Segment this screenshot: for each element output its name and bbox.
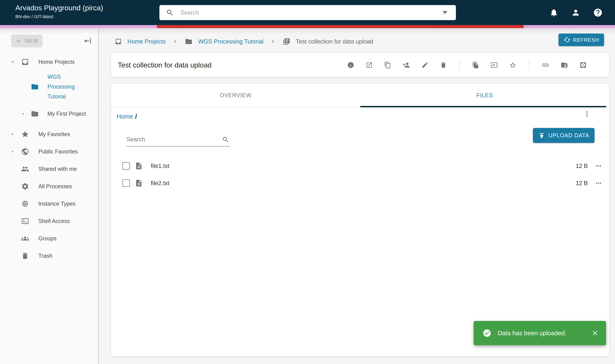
info-icon <box>347 62 354 69</box>
collapse-left-icon <box>83 37 92 45</box>
file-row[interactable]: file1.txt 12 B <box>111 157 609 175</box>
info-button[interactable] <box>347 62 354 69</box>
star-outline-icon <box>509 61 517 69</box>
open-in-new-icon <box>366 62 373 69</box>
breadcrumb-label: Home Projects <box>127 38 166 45</box>
file-more-button[interactable] <box>588 179 609 187</box>
toolbar-divider <box>529 60 529 70</box>
favorite-star-button[interactable] <box>509 61 517 69</box>
caret-right-icon[interactable] <box>10 149 16 154</box>
edit-icon <box>421 62 429 69</box>
arvados-workbench: Arvados Playground (pirca) BN-dev / GIT-… <box>0 0 615 364</box>
refresh-label: REFRESH <box>573 37 599 43</box>
move-to-button[interactable] <box>490 62 498 69</box>
terminal-icon <box>21 217 29 225</box>
upload-progress-bar <box>157 25 524 28</box>
person-add-icon <box>403 61 410 69</box>
refresh-icon <box>564 36 571 43</box>
file-row[interactable]: file2.txt 12 B <box>111 175 609 192</box>
breadcrumb: Home Projects WGS Processing Tutorial Te… <box>115 35 373 48</box>
collection-toolbar <box>212 60 609 70</box>
upload-data-button[interactable]: UPLOAD DATA <box>533 128 595 143</box>
collection-title-card: Test collection for data upload <box>111 53 609 77</box>
breadcrumb-current-collection[interactable]: Test collection for data upload <box>283 38 373 45</box>
collapse-sidebar-button[interactable] <box>83 37 92 45</box>
notifications-button[interactable] <box>549 8 558 17</box>
sidebar-item-my-first-project[interactable]: My First Project <box>0 104 98 124</box>
files-search-input[interactable] <box>126 136 222 146</box>
sidebar-item-label: My Favorites <box>38 129 70 139</box>
global-search-input[interactable] <box>180 9 443 16</box>
sidebar-item-shell-access[interactable]: Shell Access <box>0 212 98 230</box>
file-list: file1.txt 12 B file2.txt 12 B <box>111 157 609 192</box>
help-button[interactable] <box>593 8 603 17</box>
tab-bar: OVERVIEW FILES <box>111 84 609 107</box>
plus-icon <box>15 38 22 44</box>
new-button[interactable]: NEW <box>11 34 42 47</box>
file-copy-icon <box>472 62 479 69</box>
sidebar-item-shared-with-me[interactable]: Shared with me <box>0 160 98 178</box>
file-checkbox[interactable] <box>123 180 130 187</box>
inbox-icon <box>21 58 29 66</box>
sidebar-item-instance-types[interactable]: Instance Types <box>0 195 98 212</box>
global-search[interactable] <box>159 5 456 20</box>
refresh-button[interactable]: REFRESH <box>559 34 604 46</box>
breadcrumb-home-projects[interactable]: Home Projects <box>115 38 166 45</box>
open-in-new-button[interactable] <box>366 62 373 69</box>
sidebar-item-home-projects[interactable]: Home Projects <box>0 55 98 69</box>
sidebar-item-label: Shared with me <box>38 164 77 174</box>
search-icon <box>166 9 174 17</box>
file-checkbox[interactable] <box>123 162 130 170</box>
breadcrumb-wgs-processing-tutorial[interactable]: WGS Processing Tutorial <box>185 38 263 45</box>
caret-down-icon[interactable] <box>10 59 16 65</box>
delete-button[interactable] <box>440 62 447 69</box>
share-person-add-button[interactable] <box>403 61 410 69</box>
people-icon <box>21 165 29 173</box>
sidebar-header: NEW <box>11 34 92 47</box>
files-path: Home/ <box>117 113 137 120</box>
files-more-menu-button[interactable] <box>583 110 591 118</box>
file-more-button[interactable] <box>588 162 609 170</box>
toast-close-button[interactable] <box>591 329 599 337</box>
sidebar-item-wgs-processing-tutorial[interactable]: WGS Processing Tutorial <box>0 72 98 102</box>
topbar-actions <box>549 0 603 25</box>
sidebar-item-public-favorites[interactable]: Public Favorites <box>0 143 98 160</box>
main-panel: Home Projects WGS Processing Tutorial Te… <box>99 28 615 364</box>
sidebar-item-label: Trash <box>38 251 52 261</box>
file-icon <box>135 179 143 187</box>
file-copy-button[interactable] <box>472 62 479 69</box>
caret-right-icon[interactable] <box>10 132 16 137</box>
edit-button[interactable] <box>421 62 429 69</box>
upload-progress-track <box>0 25 615 28</box>
account-button[interactable] <box>571 8 580 17</box>
file-size: 12 B <box>557 163 588 169</box>
more-vert-icon <box>583 110 591 118</box>
search-icon <box>222 136 229 143</box>
toolbar-divider <box>459 60 460 70</box>
caret-right-icon[interactable] <box>20 111 26 117</box>
sidebar-item-label: Public Favorites <box>38 147 78 156</box>
sidebar-item-all-processes[interactable]: All Processes <box>0 178 98 195</box>
tab-overview[interactable]: OVERVIEW <box>111 84 360 107</box>
settings-button[interactable] <box>579 61 587 69</box>
file-size: 12 B <box>557 180 588 186</box>
tab-files[interactable]: FILES <box>360 84 609 107</box>
files-search[interactable] <box>126 129 230 146</box>
copy-link-button[interactable] <box>542 61 549 69</box>
sidebar-item-trash[interactable]: Trash <box>0 247 98 264</box>
sidebar-item-label: Groups <box>38 234 56 243</box>
folder-shared-button[interactable] <box>561 61 568 69</box>
sidebar-item-groups[interactable]: Groups <box>0 230 98 247</box>
search-dropdown-caret-icon[interactable] <box>443 11 447 14</box>
close-icon <box>591 329 599 337</box>
sidebar-item-my-favorites[interactable]: My Favorites <box>0 126 98 143</box>
copy-button[interactable] <box>384 62 391 69</box>
settings-icon <box>579 61 587 69</box>
folder-shared-icon <box>561 61 568 69</box>
inbox-icon <box>115 38 122 45</box>
memory-chip-icon <box>21 200 29 208</box>
file-name: file1.txt <box>151 163 557 169</box>
files-path-separator: / <box>135 113 137 120</box>
trash-icon <box>21 252 29 260</box>
files-path-home-link[interactable]: Home <box>117 113 133 120</box>
